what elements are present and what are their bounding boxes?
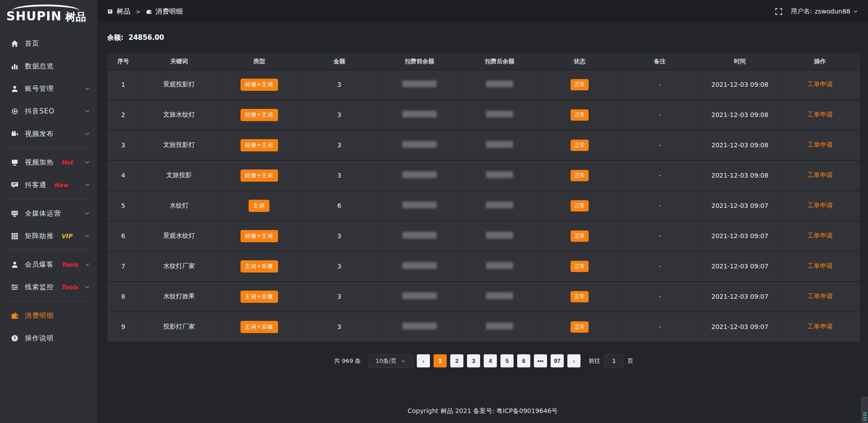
main-column: 树品 > 消费明细 用户名: zswodun88 [97,0,868,423]
work-order-link[interactable]: 工单申请 [807,171,833,179]
sidebar-divider [7,301,90,301]
table-row: 9投影灯厂家主词+后缀3正常-2021-12-03 09:07工单申请 [108,312,860,342]
page-button-2[interactable]: 2 [450,354,463,367]
type-badge: 前缀+主词 [241,230,278,242]
masked-value [402,232,437,239]
masked-value [402,80,437,87]
work-order-link[interactable]: 工单申请 [807,141,833,148]
cell-keyword: 文旅水纹灯 [139,100,219,130]
cell-index: 9 [108,312,139,342]
sidebar-item-11[interactable]: 线索监控Tools [0,276,97,298]
sidebar-nav: 首页数据总览账号管理抖音SEO视频发布视频加热Hot抖客通New全媒体运营矩阵助… [0,27,97,423]
cell-balance-before [379,312,459,342]
sidebar-item-10[interactable]: 会员爆客Tools [0,253,97,276]
sidebar-item-3[interactable]: 账号管理 [0,77,97,100]
masked-value [486,171,513,178]
more-pages-button[interactable]: ••• [534,354,547,367]
cell-balance-after [459,251,539,282]
cell-remark: - [620,312,700,342]
cell-balance-before [379,70,459,100]
user-menu[interactable]: 用户名: zswodun88 [791,7,858,15]
cell-amount: 3 [299,282,379,312]
masked-value [486,111,513,118]
chevron-down-icon [85,108,90,114]
masked-value [486,323,513,329]
page-button-3[interactable]: 3 [467,354,480,367]
prev-page-button[interactable]: ‹ [417,354,430,367]
sidebar-item-label: 矩阵助推 [25,232,54,240]
sidebar-divider [7,148,90,148]
chevron-down-icon [401,359,406,363]
table-row: 3文旅投影灯前缀+主词3正常-2021-12-03 09:08工单申请 [108,130,860,160]
type-badge: 前缀+主词 [241,109,278,121]
cell-keyword: 投影灯厂家 [139,312,219,342]
cell-keyword: 水纹灯效果 [139,282,219,312]
cell-amount: 3 [299,160,379,191]
home-icon [11,40,19,47]
sidebar-item-13[interactable]: ?操作说明 [0,327,97,349]
table-row: 2文旅水纹灯前缀+主词3正常-2021-12-03 09:08工单申请 [108,100,860,130]
page-size-value: 10条/页 [376,357,397,365]
fullscreen-icon[interactable] [775,8,783,15]
cell-index: 4 [108,160,139,191]
cell-action: 工单申请 [780,70,860,100]
table-row: 5水纹灯主词6正常-2021-12-03 09:07工单申请 [108,191,860,221]
goto-page-input[interactable] [604,354,624,368]
cell-keyword: 水纹灯厂家 [139,251,219,282]
floating-widget[interactable] [861,397,868,423]
status-badge: 正常 [571,200,589,212]
page-button-4[interactable]: 4 [484,354,497,367]
sidebar-item-1[interactable]: 首页 [0,32,97,55]
cell-amount: 3 [299,251,379,282]
work-order-link[interactable]: 工单申请 [807,202,833,209]
cell-type: 前缀+主词 [219,130,299,160]
page-size-select[interactable]: 10条/页 [368,354,413,368]
sidebar-item-8[interactable]: 全媒体运营 [0,202,97,225]
sidebar-item-5[interactable]: 视频发布 [0,122,97,145]
work-order-link[interactable]: 工单申请 [807,80,833,88]
sidebar-item-7[interactable]: 抖客通New [0,174,97,196]
sidebar-item-9[interactable]: 矩阵助推VIP [0,225,97,247]
work-order-link[interactable]: 工单申请 [807,323,833,330]
column-header-10: 操作 [780,54,860,70]
breadcrumb-root[interactable]: 树品 [117,7,130,16]
sidebar-item-label: 抖音SEO [25,107,55,116]
masked-value [402,171,437,178]
sliders-icon [11,283,19,291]
page-button-1[interactable]: 1 [434,354,447,367]
masked-value [486,232,513,239]
breadcrumb-current: 消费明细 [156,7,183,16]
cell-status: 正常 [540,70,620,100]
cell-action: 工单申请 [780,191,860,221]
cell-balance-after [459,100,539,130]
sidebar-item-6[interactable]: 视频加热Hot [0,151,97,174]
sidebar-item-2[interactable]: 数据总览 [0,55,97,77]
type-badge: 前缀+主词 [241,79,278,91]
footer: Copyright 树品 2021 备案号: 粤ICP备09019646号 [97,399,868,423]
cell-status: 正常 [540,160,620,191]
page-button-97[interactable]: 97 [551,354,564,367]
work-order-link[interactable]: 工单申请 [807,232,833,239]
masked-value [486,141,513,148]
username-value: zswodun88 [815,8,850,15]
cell-action: 工单申请 [780,221,860,251]
page-button-6[interactable]: 6 [517,354,530,367]
cell-type: 前缀+主词 [219,100,299,130]
page-buttons: 123456•••97 [434,354,564,367]
sidebar-item-4[interactable]: 抖音SEO [0,100,97,122]
sidebar-item-12[interactable]: 消费明细 [0,304,97,327]
masked-value [402,323,437,329]
cell-balance-after [459,282,539,312]
cell-action: 工单申请 [780,160,860,191]
logo[interactable]: SHUPIN 树品 [0,0,97,27]
work-order-link[interactable]: 工单申请 [807,262,833,269]
chart-icon [11,62,19,70]
work-order-link[interactable]: 工单申请 [807,292,833,300]
status-badge: 正常 [571,321,589,333]
video-icon [11,130,19,138]
next-page-button[interactable]: › [567,354,580,367]
cell-type: 主词+后缀 [219,251,299,282]
work-order-link[interactable]: 工单申请 [807,111,833,118]
page-button-5[interactable]: 5 [500,354,514,367]
cell-balance-before [379,130,459,160]
